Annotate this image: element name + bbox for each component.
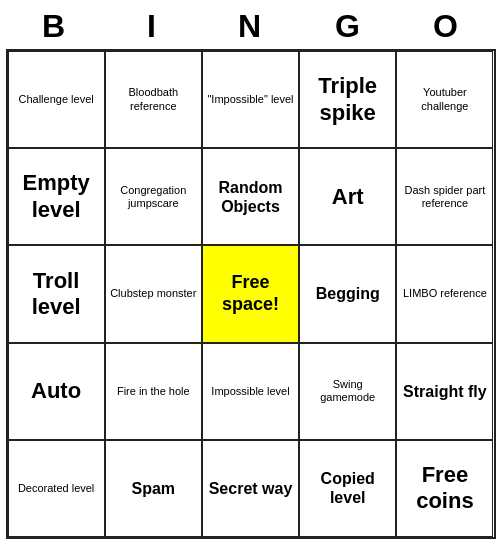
cell-1: Bloodbath reference bbox=[105, 51, 202, 148]
cell-9: Dash spider part reference bbox=[396, 148, 493, 245]
bingo-grid: Challenge levelBloodbath reference"Impos… bbox=[6, 49, 496, 539]
cell-10: Troll level bbox=[8, 245, 105, 342]
cell-23: Copied level bbox=[299, 440, 396, 537]
cell-12: Free space! bbox=[202, 245, 299, 342]
cell-16: Fire in the hole bbox=[105, 343, 202, 440]
title-b: B bbox=[10, 8, 100, 45]
cell-11: Clubstep monster bbox=[105, 245, 202, 342]
title-g: G bbox=[304, 8, 394, 45]
cell-24: Free coins bbox=[396, 440, 493, 537]
cell-19: Straight fly bbox=[396, 343, 493, 440]
cell-14: LIMBO reference bbox=[396, 245, 493, 342]
cell-21: Spam bbox=[105, 440, 202, 537]
title-o: O bbox=[402, 8, 492, 45]
cell-2: "Impossible" level bbox=[202, 51, 299, 148]
cell-8: Art bbox=[299, 148, 396, 245]
cell-13: Begging bbox=[299, 245, 396, 342]
cell-3: Triple spike bbox=[299, 51, 396, 148]
cell-20: Decorated level bbox=[8, 440, 105, 537]
cell-15: Auto bbox=[8, 343, 105, 440]
cell-4: Youtuber challenge bbox=[396, 51, 493, 148]
cell-17: Impossible level bbox=[202, 343, 299, 440]
cell-5: Empty level bbox=[8, 148, 105, 245]
cell-18: Swing gamemode bbox=[299, 343, 396, 440]
title-i: I bbox=[108, 8, 198, 45]
bingo-title: B I N G O bbox=[6, 0, 496, 49]
cell-0: Challenge level bbox=[8, 51, 105, 148]
cell-22: Secret way bbox=[202, 440, 299, 537]
title-n: N bbox=[206, 8, 296, 45]
cell-7: Random Objects bbox=[202, 148, 299, 245]
cell-6: Congregation jumpscare bbox=[105, 148, 202, 245]
